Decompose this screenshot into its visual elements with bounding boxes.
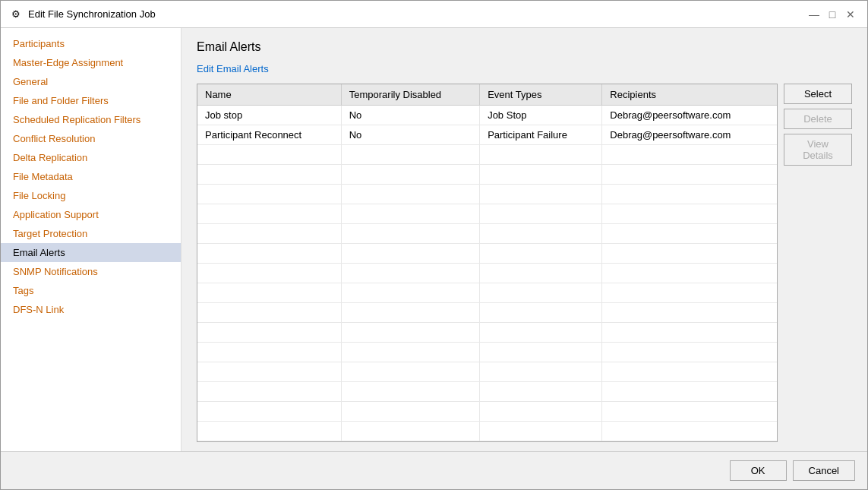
sidebar-item-delta-replication[interactable]: Delta Replication — [1, 148, 181, 167]
sidebar-item-email-alerts[interactable]: Email Alerts — [1, 243, 181, 262]
delete-button[interactable]: Delete — [784, 109, 852, 129]
table-row-empty — [197, 283, 777, 303]
sidebar-item-dfs-n-link[interactable]: DFS-N Link — [1, 300, 181, 319]
sidebar-item-scheduled-replication[interactable]: Scheduled Replication Filters — [1, 110, 181, 129]
close-button[interactable]: ✕ — [843, 7, 858, 22]
edit-email-alerts-link[interactable]: Edit Email Alerts — [197, 63, 852, 74]
sidebar-item-file-folder-filters[interactable]: File and Folder Filters — [1, 91, 181, 110]
window-title: Edit File Synchronization Job — [28, 8, 156, 20]
col-header-name: Name — [197, 84, 341, 106]
sidebar-item-target-protection[interactable]: Target Protection — [1, 224, 181, 243]
sidebar-item-application-support[interactable]: Application Support — [1, 205, 181, 224]
sidebar-item-participants[interactable]: Participants — [1, 34, 181, 53]
main-content: Email Alerts Edit Email Alerts Name Temp… — [181, 28, 867, 451]
maximize-button[interactable]: □ — [825, 7, 840, 22]
table-row-empty — [197, 402, 777, 422]
table-row-empty — [197, 185, 777, 204]
table-row-empty — [197, 224, 777, 244]
sidebar-item-snmp-notifications[interactable]: SNMP Notifications — [1, 262, 181, 281]
table-row-empty — [197, 382, 777, 402]
view-details-button[interactable]: View Details — [784, 134, 852, 166]
ok-button[interactable]: OK — [730, 460, 787, 481]
footer: OK Cancel — [1, 451, 867, 489]
action-buttons-panel: Select Delete View Details — [784, 84, 852, 442]
page-title: Email Alerts — [197, 40, 852, 54]
email-alerts-table-wrapper: Name Temporarily Disabled Event Types Re… — [197, 84, 778, 442]
table-row-empty — [197, 244, 777, 264]
table-row-empty — [197, 204, 777, 224]
title-bar: ⚙ Edit File Synchronization Job — □ ✕ — [1, 1, 867, 28]
sidebar-item-master-edge[interactable]: Master-Edge Assignment — [1, 53, 181, 72]
table-row[interactable]: Participant ReconnectNoParticipant Failu… — [197, 125, 777, 145]
content-area: Name Temporarily Disabled Event Types Re… — [197, 84, 852, 442]
email-alerts-table: Name Temporarily Disabled Event Types Re… — [197, 84, 777, 441]
sidebar-item-conflict-resolution[interactable]: Conflict Resolution — [1, 129, 181, 148]
sidebar-item-tags[interactable]: Tags — [1, 281, 181, 300]
window-icon: ⚙ — [10, 8, 22, 21]
table-row-empty — [197, 264, 777, 283]
sidebar-item-file-metadata[interactable]: File Metadata — [1, 167, 181, 186]
table-row-empty — [197, 165, 777, 185]
minimize-button[interactable]: — — [806, 7, 822, 22]
col-header-event-types: Event Types — [480, 84, 602, 106]
sidebar: ParticipantsMaster-Edge AssignmentGenera… — [1, 28, 181, 451]
sidebar-item-file-locking[interactable]: File Locking — [1, 186, 181, 205]
table-row-empty — [197, 362, 777, 382]
title-controls: — □ ✕ — [806, 7, 858, 22]
col-header-temporarily-disabled: Temporarily Disabled — [341, 84, 479, 106]
table-row-empty — [197, 323, 777, 343]
table-row-empty — [197, 422, 777, 441]
main-window: ⚙ Edit File Synchronization Job — □ ✕ Pa… — [0, 0, 868, 490]
table-header-row: Name Temporarily Disabled Event Types Re… — [197, 84, 777, 106]
cancel-button[interactable]: Cancel — [793, 460, 855, 481]
sidebar-item-general[interactable]: General — [1, 72, 181, 91]
col-header-recipients: Recipients — [602, 84, 777, 106]
window-body: ParticipantsMaster-Edge AssignmentGenera… — [1, 28, 867, 451]
table-row-empty — [197, 343, 777, 362]
table-row-empty — [197, 303, 777, 323]
title-bar-left: ⚙ Edit File Synchronization Job — [10, 8, 156, 21]
select-button[interactable]: Select — [784, 84, 852, 104]
table-row[interactable]: Job stopNoJob StopDebrag@peersoftware.co… — [197, 106, 777, 125]
table-row-empty — [197, 145, 777, 165]
